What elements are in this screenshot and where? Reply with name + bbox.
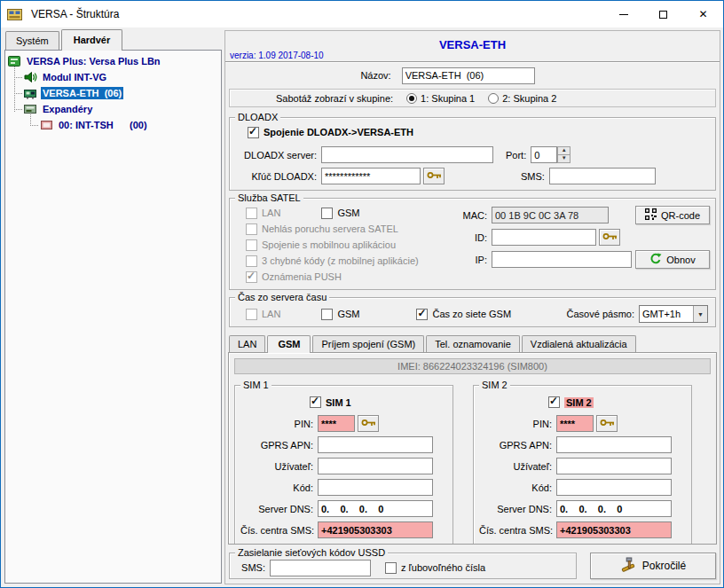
sim1-group-title: SIM 1 [240,379,272,391]
tab-tel-notify[interactable]: Tel. oznamovanie [426,335,520,352]
chevron-down-icon: ▼ [693,306,707,322]
refresh-button-label: Obnov [666,255,695,265]
ip-field[interactable] [492,251,632,268]
tree-item-versa-plus[interactable]: VERSA Plus: Versa Plus LBn [5,53,221,69]
tamper-group: Sabotáž zobrazí v skupine: 1: Skupina 1 … [229,89,716,107]
qr-code-button[interactable]: QR-code [635,206,710,224]
sim1-user-label: Užívateľ: [240,461,313,472]
timezone-value: GMT+1h [640,309,693,319]
maximize-icon [659,11,667,19]
qr-icon [645,208,657,222]
sim2-code-input[interactable] [556,479,672,496]
sim1-code-input[interactable] [318,479,433,496]
sim1-enable-checkbox[interactable]: SIM 1 [310,396,351,408]
sim2-sms-center-input[interactable] [556,521,672,538]
title-bar: VERSA - Štruktúra ✕ [1,1,723,27]
satel-wrong-codes-checkbox[interactable]: 3 chybné kódy (z mobilnej aplikácie) [246,255,419,267]
id-input[interactable] [492,229,596,246]
tab-gsm[interactable]: GSM [267,335,311,353]
tree-item-expanders[interactable]: Expandéry [5,101,221,117]
imei-field: IMEI: 866224023324196 (SIM800) [234,358,711,374]
port-spin-down[interactable]: ▼ [557,155,571,163]
tab-lan[interactable]: LAN [229,335,265,352]
satel-lan-checkbox[interactable]: LAN [246,208,280,219]
port-input[interactable] [531,146,557,163]
sim2-user-input[interactable] [556,458,672,474]
dloadx-group: DLOADX Spojenie DLOADX->VERSA-ETH DLOADX… [229,117,716,191]
close-button[interactable]: ✕ [683,1,723,27]
page-title: VERSA-ETH [228,31,717,51]
sim2-user-label: Užívateľ: [479,461,552,472]
tab-gsm-connections[interactable]: Príjem spojení (GSM) [312,335,424,352]
sim1-sms-center-input[interactable] [318,521,433,538]
tab-remote-update[interactable]: Vzdialená aktualizácia [522,335,636,352]
timezone-dropdown[interactable]: GMT+1h ▼ [639,305,708,323]
tamper-partition1-radio[interactable]: 1: Skupina 1 [406,93,475,104]
id-reveal-button[interactable] [599,229,620,246]
satel-no-trouble-checkbox[interactable]: Nehlás poruchu servera SATEL [246,223,398,235]
dloadx-connection-checkbox[interactable]: Spojenie DLOADX->VERSA-ETH [248,127,413,138]
time-from-gsm-checkbox[interactable]: Čas zo siete GSM [416,309,511,320]
sim2-enable-checkbox[interactable]: SIM 2 [548,396,594,408]
checkbox-glyph [321,208,333,219]
port-label: Port: [506,150,526,161]
satel-service-group: Služba SATEL LAN GSM [229,198,716,290]
ussd-sms-input[interactable] [270,560,371,576]
sim2-dns-input[interactable] [556,500,672,517]
sim-row: SIM 1 SIM 1 PIN: [232,380,712,545]
dloadx-sms-input[interactable] [549,168,656,184]
sim2-apn-label: GPRS APN: [479,440,552,451]
sim1-user-input[interactable] [318,458,433,474]
ussd-any-number-checkbox[interactable]: z ľubovoľného čísla [385,562,485,574]
ethernet-module-icon [24,87,37,99]
tab-hardware[interactable]: Hardvér [61,29,123,51]
checkbox-glyph [248,127,259,138]
port-spin-up[interactable]: ▲ [557,146,571,155]
maximize-button[interactable] [643,1,683,27]
tree-item-int-tsh[interactable]: 00: INT-TSH (00) [5,117,221,133]
sim2-group: SIM 2 SIM 2 PIN: [473,385,692,545]
satel-push-checkbox[interactable]: Oznámenia PUSH [246,271,342,283]
name-row: Názov: [228,63,717,88]
timezone-label: Časové pásmo: [567,309,634,319]
panel-header: VERSA-ETH verzia: 1.09 2017-08-10 [228,31,717,61]
sim1-pin-label: PIN: [240,419,313,429]
sim2-apn-input[interactable] [556,436,672,453]
satel-mobile-app-checkbox[interactable]: Spojenie s mobilnou aplikáciou [246,239,396,251]
bottom-row: Zasielanie sieťových kódov USSD SMS: z ľ… [229,553,716,579]
tree-item-versa-eth[interactable]: VERSA-ETH (06) [5,85,221,101]
sim1-block-spin-up[interactable]: ▲ [359,544,373,545]
minimize-icon [619,14,628,15]
tree-item-label: VERSA Plus: Versa Plus LBn [25,55,162,67]
tab-system[interactable]: Systém [5,31,59,50]
sim2-pin-input[interactable] [556,415,594,432]
dloadx-server-input[interactable] [321,146,493,163]
refresh-button[interactable]: Obnov [635,250,710,269]
checkbox-label: Oznámenia PUSH [262,271,342,282]
tree-item-int-vg[interactable]: Modul INT-VG [5,69,221,85]
satel-gsm-checkbox[interactable]: GSM [321,208,359,219]
sim1-dns-input[interactable] [318,500,433,517]
tamper-partition2-radio[interactable]: 2: Skupina 2 [488,93,556,104]
time-gsm-checkbox[interactable]: GSM [321,309,359,320]
ip-label: IP: [457,255,487,265]
checkbox-label: SIM 2 [564,397,594,408]
tree-item-label: 00: INT-TSH (00) [57,119,149,131]
dloadx-key-reveal-button[interactable] [423,168,445,184]
minimize-button[interactable] [603,1,643,27]
sim1-pin-input[interactable] [318,415,355,432]
key-icon [600,418,615,429]
sim1-pin-reveal-button[interactable] [358,415,379,432]
sim1-apn-input[interactable] [318,436,433,453]
sim1-block-time-input[interactable] [331,544,359,545]
sim2-block-time-input[interactable] [570,544,598,545]
refresh-icon [649,253,662,267]
sim2-block-spin-up[interactable]: ▲ [598,544,611,545]
sim2-pin-reveal-button[interactable] [596,415,618,432]
sim1-block-time-spinner: ▲ ▼ [331,544,373,545]
advanced-button[interactable]: Pokročilé [590,553,716,579]
time-lan-checkbox[interactable]: LAN [246,309,280,320]
name-input[interactable] [402,67,535,84]
dloadx-key-input[interactable] [321,168,421,184]
advanced-button-label: Pokročilé [642,560,686,572]
